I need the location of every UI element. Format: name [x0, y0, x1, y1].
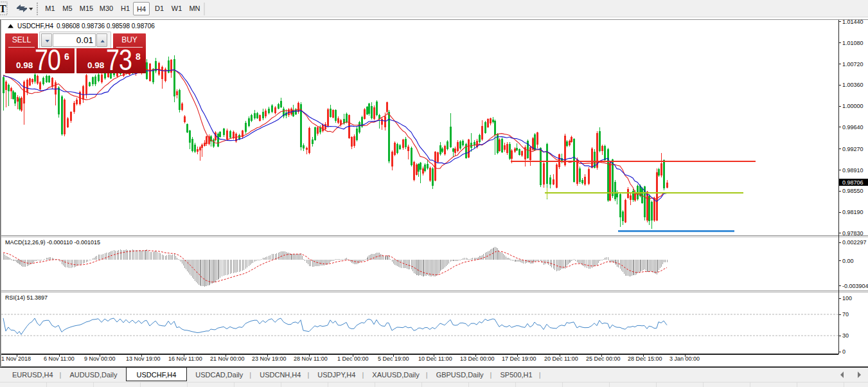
svg-text:1 Nov 2018: 1 Nov 2018 — [1, 356, 31, 362]
svg-text:0.99640: 0.99640 — [842, 124, 864, 130]
svg-text:28 Nov 11:00: 28 Nov 11:00 — [294, 356, 328, 362]
svg-text:USDCHF,H4: USDCHF,H4 — [17, 22, 54, 30]
svg-text:-0.003904: -0.003904 — [842, 283, 868, 289]
svg-text:1.01440: 1.01440 — [842, 19, 864, 25]
svg-text:6 Nov 11:00: 6 Nov 11:00 — [44, 356, 75, 362]
svg-text:0.98608 0.98736 0.98598 0.9870: 0.98608 0.98736 0.98598 0.98706 — [57, 22, 155, 30]
svg-text:28 Dec 15:00: 28 Dec 15:00 — [628, 356, 662, 362]
svg-text:0.00: 0.00 — [842, 258, 854, 264]
svg-text:13 Dec 00:00: 13 Dec 00:00 — [460, 356, 495, 362]
svg-text:1.01080: 1.01080 — [842, 40, 864, 46]
svg-text:0.98550: 0.98550 — [842, 188, 864, 194]
svg-text:0: 0 — [842, 348, 846, 355]
svg-text:T: T — [0, 3, 6, 14]
svg-text:0.99270: 0.99270 — [842, 146, 864, 152]
svg-text:70: 70 — [842, 311, 849, 318]
svg-text:0.97830: 0.97830 — [842, 230, 864, 237]
svg-text:1.00360: 1.00360 — [842, 82, 864, 88]
svg-text:0.98910: 0.98910 — [842, 167, 864, 174]
svg-text:MACD(12,26,9) -0.000110 -0.001: MACD(12,26,9) -0.000110 -0.001015 — [5, 239, 100, 246]
svg-text:21 Nov 00:00: 21 Nov 00:00 — [210, 356, 245, 362]
svg-text:23 Nov 19:00: 23 Nov 19:00 — [252, 356, 287, 362]
svg-text:0.002297: 0.002297 — [842, 239, 867, 246]
svg-text:13 Nov 19:00: 13 Nov 19:00 — [126, 356, 161, 362]
svg-text:0.98706: 0.98706 — [842, 179, 864, 186]
svg-text:RSI(14) 51.3897: RSI(14) 51.3897 — [5, 294, 48, 301]
svg-text:25 Dec 00:00: 25 Dec 00:00 — [586, 356, 621, 362]
svg-text:17 Dec 19:00: 17 Dec 19:00 — [502, 356, 536, 362]
svg-text:1.00720: 1.00720 — [842, 61, 864, 68]
svg-text:10 Dec 11:00: 10 Dec 11:00 — [418, 356, 452, 362]
svg-text:30: 30 — [842, 332, 849, 339]
svg-text:1.00000: 1.00000 — [842, 103, 864, 109]
svg-text:0.98190: 0.98190 — [842, 209, 864, 215]
svg-text:3 Jan 00:00: 3 Jan 00:00 — [669, 356, 700, 362]
svg-text:20 Dec 11:00: 20 Dec 11:00 — [544, 356, 578, 362]
svg-text:16 Nov 11:00: 16 Nov 11:00 — [168, 356, 202, 362]
svg-text:100: 100 — [842, 295, 852, 302]
